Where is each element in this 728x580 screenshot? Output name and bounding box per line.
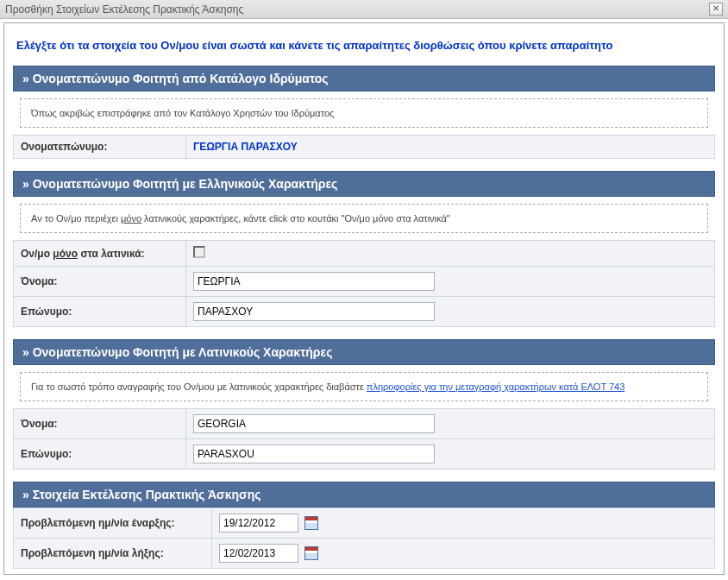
latin-firstname-label: Όνομα: <box>14 409 186 439</box>
end-date-label: Προβλεπόμενη ημ/νία λήξης: <box>14 539 212 569</box>
latin-firstname-input[interactable] <box>193 414 435 433</box>
end-date-cell <box>212 539 715 569</box>
info-catalog: Όπως ακριβώς επιστράφηκε από τον Κατάλογ… <box>20 98 708 128</box>
table-exec: Προβλεπόμενη ημ/νία έναρξης: Προβλεπόμεν… <box>13 508 715 569</box>
section-header-latin: » Ονοματεπώνυμο Φοιτητή με Λατινικούς Χα… <box>13 339 715 365</box>
greek-lastname-input[interactable] <box>193 302 435 321</box>
info-latin: Για το σωστό τρόπο αναγραφής του Ον/μου … <box>20 372 708 401</box>
section-header-catalog: » Ονοματεπώνυμο Φοιτητή από Κατάλογο Ιδρ… <box>13 66 715 91</box>
table-latin: Όνομα: Επώνυμο: <box>13 408 715 470</box>
dialog-content: Ελέγξτε ότι τα στοιχεία του Ον/μου είναι… <box>3 22 725 575</box>
greek-lastname-cell <box>186 297 715 327</box>
latin-firstname-cell <box>186 409 715 439</box>
greek-lastname-label: Επώνυμο: <box>14 297 186 327</box>
only-latin-checkbox[interactable] <box>193 246 205 258</box>
start-date-input[interactable] <box>219 514 298 533</box>
instruction-text: Ελέγξτε ότι τα στοιχεία του Ον/μου είναι… <box>16 39 712 52</box>
elot-link[interactable]: πληροφορίες για την μεταγραφή χαρακτήρων… <box>367 381 624 392</box>
calendar-icon[interactable] <box>304 516 318 530</box>
end-date-input[interactable] <box>219 544 298 563</box>
start-date-label: Προβλεπόμενη ημ/νία έναρξης: <box>14 508 212 539</box>
info-greek: Αν το Ον/μο περιέχει μόνο λατινικούς χαρ… <box>20 204 708 233</box>
latin-lastname-cell <box>186 439 715 470</box>
latin-lastname-label: Επώνυμο: <box>14 439 186 470</box>
section-header-exec: » Στοιχεία Εκτέλεσης Πρακτικής Άσκησης <box>13 482 715 508</box>
only-latin-label: Ον/μο μόνο στα λατινικά: <box>14 241 186 267</box>
fullname-value: ΓΕΩΡΓΙΑ ΠΑΡΑΣΧΟΥ <box>186 136 715 159</box>
fullname-label: Ονοματεπώνυμο: <box>14 136 186 159</box>
greek-firstname-input[interactable] <box>193 272 435 291</box>
start-date-cell <box>212 508 715 539</box>
close-icon[interactable]: ✕ <box>709 3 723 16</box>
table-greek: Ον/μο μόνο στα λατινικά: Όνομα: Επώνυμο: <box>13 240 715 327</box>
latin-lastname-input[interactable] <box>193 444 435 463</box>
window-title: Προσθήκη Στοιχείων Εκτέλεσης Πρακτικής Ά… <box>5 3 243 16</box>
greek-firstname-label: Όνομα: <box>14 267 186 297</box>
table-catalog: Ονοματεπώνυμο: ΓΕΩΡΓΙΑ ΠΑΡΑΣΧΟΥ <box>13 135 715 159</box>
titlebar: Προσθήκη Στοιχείων Εκτέλεσης Πρακτικής Ά… <box>0 0 728 19</box>
calendar-icon[interactable] <box>304 546 318 560</box>
greek-firstname-cell <box>186 267 715 297</box>
dialog-window: Προσθήκη Στοιχείων Εκτέλεσης Πρακτικής Ά… <box>0 0 728 580</box>
section-header-greek: » Ονοματεπώνυμο Φοιτητή με Ελληνικούς Χα… <box>13 171 715 197</box>
only-latin-cell <box>186 241 715 267</box>
